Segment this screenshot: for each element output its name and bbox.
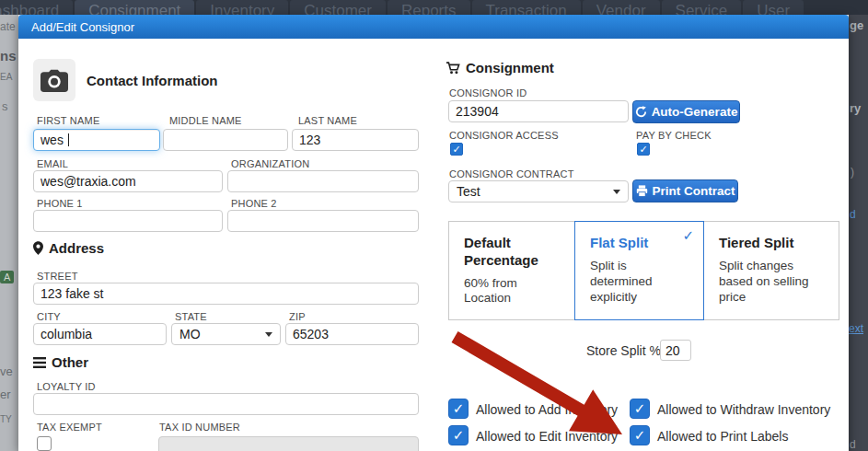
- map-pin-icon: [33, 241, 43, 255]
- state-label: STATE: [175, 311, 207, 322]
- last-name-label: LAST NAME: [298, 115, 357, 126]
- tab-user[interactable]: User: [743, 0, 804, 15]
- allowed-withdraw-inventory-checkbox[interactable]: [630, 399, 650, 419]
- other-heading: Other: [33, 354, 88, 370]
- backdrop-text-fragment: ve: [0, 364, 13, 378]
- last-name-input[interactable]: [292, 129, 419, 151]
- first-name-input[interactable]: [33, 129, 160, 151]
- organization-label: ORGANIZATION: [231, 158, 309, 169]
- city-label: CITY: [37, 311, 61, 322]
- state-select[interactable]: MO: [171, 323, 281, 345]
- tax-id-number-input: [158, 436, 419, 451]
- split-option-title: Flat Split: [590, 235, 689, 252]
- print-contract-label: Print Contract: [653, 184, 735, 198]
- screen: Dashboard Consignment Inventory Customer…: [0, 0, 868, 451]
- middle-name-input[interactable]: [163, 129, 288, 151]
- phone2-label: PHONE 2: [231, 198, 277, 209]
- split-type-options: Default Percentage 60% from Location ✓ F…: [448, 221, 840, 320]
- consignor-access-checkbox[interactable]: [450, 143, 463, 156]
- store-split-input[interactable]: [660, 340, 691, 361]
- backdrop-text-fragment: er: [0, 387, 11, 401]
- add-edit-consignor-modal: Add/Edit Consignor Contact Information F…: [18, 15, 849, 451]
- allowed-print-labels-checkbox[interactable]: [630, 425, 650, 445]
- consignor-id-label: CONSIGNOR ID: [449, 87, 527, 98]
- phone1-label: PHONE 1: [37, 198, 83, 209]
- split-option-default-percentage[interactable]: Default Percentage 60% from Location ✓: [448, 221, 575, 320]
- street-input[interactable]: [33, 283, 419, 305]
- text-cursor: [68, 133, 69, 146]
- allowed-add-inventory-label: Allowed to Add Inventory: [476, 402, 618, 417]
- printer-icon: [636, 185, 648, 197]
- contact-photo-button[interactable]: [33, 59, 75, 101]
- backdrop-text-fragment: TY: [0, 414, 12, 424]
- address-title: Address: [49, 240, 104, 256]
- backdrop-link-fragment: ext: [849, 322, 863, 335]
- allowed-edit-inventory-label: Allowed to Edit Inventory: [476, 429, 618, 444]
- zip-input[interactable]: [285, 323, 419, 345]
- split-option-tiered-split[interactable]: Tiered Split Split changes based on sell…: [703, 221, 839, 320]
- pay-by-check-checkbox[interactable]: [637, 143, 650, 156]
- tab-transaction[interactable]: Transaction: [472, 0, 581, 15]
- tab-service[interactable]: Service: [662, 0, 742, 15]
- auto-generate-label: Auto-Generate: [652, 105, 738, 119]
- address-heading: Address: [33, 240, 104, 256]
- camera-icon: [41, 69, 68, 92]
- split-option-flat-split[interactable]: Flat Split Split is determined explicitl…: [574, 221, 704, 320]
- tab-inventory[interactable]: Inventory: [196, 0, 288, 15]
- tax-exempt-checkbox[interactable]: [37, 436, 52, 451]
- allowed-print-labels-label: Allowed to Print Labels: [657, 429, 788, 444]
- backdrop-left-strip: ate ns EA s A ve er TY: [0, 15, 18, 451]
- backdrop-text-fragment: ry: [850, 101, 861, 115]
- street-label: STREET: [37, 271, 78, 282]
- modal-body: Contact Information FIRST NAME MIDDLE NA…: [18, 39, 849, 451]
- print-contract-button[interactable]: Print Contract: [632, 179, 738, 202]
- backdrop-text-fragment: s: [2, 99, 8, 113]
- backdrop-text-fragment: ge: [850, 18, 863, 32]
- consignor-contract-select[interactable]: Test: [448, 180, 629, 202]
- allowed-edit-inventory-checkbox[interactable]: [448, 425, 469, 445]
- backdrop-text-fragment: ): [851, 166, 854, 179]
- middle-name-label: MIDDLE NAME: [169, 115, 242, 126]
- modal-title: Add/Edit Consignor: [31, 20, 134, 34]
- state-select-value: MO: [179, 327, 201, 341]
- nav-tabs: Dashboard Consignment Inventory Customer…: [0, 0, 868, 15]
- chevron-down-icon: [613, 190, 620, 194]
- top-navbar: Dashboard Consignment Inventory Customer…: [0, 0, 868, 15]
- tab-vendor[interactable]: Vendor: [583, 0, 660, 15]
- store-split-label: Store Split %: [586, 343, 661, 358]
- tab-reports[interactable]: Reports: [388, 0, 470, 15]
- loyalty-id-label: LOYALTY ID: [37, 381, 96, 392]
- split-option-title: Default Percentage: [464, 235, 563, 270]
- consignor-contract-label: CONSIGNOR CONTRACT: [449, 168, 574, 179]
- city-input[interactable]: [33, 323, 167, 345]
- tax-exempt-label: TAX EXEMPT: [37, 422, 102, 433]
- split-option-title: Tiered Split: [719, 235, 818, 252]
- menu-bars-icon: [33, 357, 46, 368]
- zip-label: ZIP: [289, 311, 306, 322]
- phone1-input[interactable]: [33, 210, 223, 232]
- consignor-id-input[interactable]: [448, 100, 629, 122]
- contact-information-heading: Contact Information: [87, 73, 218, 88]
- allowed-withdraw-inventory-label: Allowed to Withdraw Inventory: [657, 402, 830, 417]
- organization-input[interactable]: [227, 170, 419, 192]
- backdrop-text-fragment: d: [850, 438, 856, 451]
- tab-dashboard[interactable]: Dashboard: [0, 0, 73, 15]
- split-option-description: Split changes based on selling price: [719, 259, 820, 306]
- email-input[interactable]: [33, 170, 223, 192]
- modal-header: Add/Edit Consignor: [18, 15, 849, 40]
- allowed-add-inventory-checkbox[interactable]: [448, 399, 469, 419]
- backdrop-link-fragment: d: [850, 208, 856, 221]
- loyalty-id-input[interactable]: [33, 393, 419, 415]
- consignor-contract-value: Test: [457, 184, 480, 199]
- email-label: EMAIL: [37, 158, 68, 169]
- contact-information-title: Contact Information: [87, 73, 218, 88]
- auto-generate-button[interactable]: Auto-Generate: [632, 100, 740, 123]
- phone2-input[interactable]: [227, 210, 419, 232]
- tax-id-number-label: TAX ID NUMBER: [159, 422, 240, 433]
- tab-consignment[interactable]: Consignment: [75, 0, 194, 15]
- backdrop-button-fragment: A: [0, 271, 14, 283]
- tab-customer[interactable]: Customer: [290, 0, 386, 15]
- chevron-down-icon: [265, 332, 272, 337]
- split-option-description: 60% from Location: [464, 276, 565, 307]
- backdrop-text-fragment: ns: [0, 48, 17, 64]
